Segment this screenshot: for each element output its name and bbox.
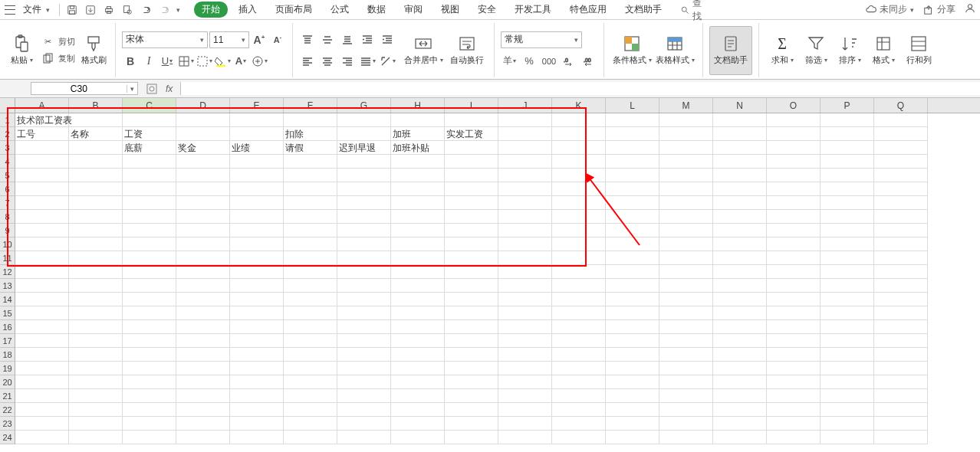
thousands-button[interactable]: 000 — [541, 53, 557, 70]
cell[interactable] — [659, 417, 713, 431]
cell[interactable] — [123, 182, 176, 196]
search-area[interactable]: 查找 — [680, 0, 702, 23]
cell[interactable] — [874, 210, 928, 224]
cell[interactable] — [659, 251, 713, 265]
cell[interactable] — [391, 237, 445, 251]
cell[interactable] — [606, 265, 659, 279]
row-header[interactable]: 13 — [0, 279, 15, 293]
cell[interactable] — [123, 279, 176, 293]
cell[interactable] — [69, 334, 123, 348]
tab-review[interactable]: 审阅 — [396, 2, 430, 18]
cell[interactable] — [767, 237, 821, 251]
cell[interactable] — [552, 224, 606, 237]
row-header[interactable]: 19 — [0, 362, 15, 375]
cell[interactable] — [445, 196, 498, 210]
cell[interactable] — [337, 417, 391, 431]
cell[interactable] — [767, 306, 821, 320]
cell[interactable] — [874, 237, 928, 251]
cell[interactable] — [713, 210, 767, 224]
row-header[interactable]: 16 — [0, 320, 15, 334]
cell[interactable] — [821, 348, 874, 362]
cell[interactable] — [284, 320, 337, 334]
tab-view[interactable]: 视图 — [433, 2, 467, 18]
cell[interactable] — [659, 375, 713, 389]
cell[interactable] — [552, 279, 606, 293]
cell[interactable] — [176, 127, 230, 141]
formula-input[interactable] — [180, 82, 980, 95]
cell[interactable] — [659, 196, 713, 210]
cell[interactable] — [445, 155, 498, 169]
user-icon[interactable] — [965, 3, 975, 16]
cell[interactable] — [767, 431, 821, 444]
cell[interactable] — [821, 293, 874, 306]
number-format-combo[interactable]: 常规▾ — [501, 31, 582, 48]
cell[interactable] — [498, 389, 552, 403]
cell[interactable] — [767, 403, 821, 417]
cell[interactable] — [69, 403, 123, 417]
cell[interactable] — [767, 334, 821, 348]
italic-button[interactable]: I — [140, 53, 157, 70]
cell[interactable] — [606, 251, 659, 265]
cell[interactable] — [767, 417, 821, 431]
cell[interactable] — [123, 113, 176, 127]
cell[interactable] — [874, 155, 928, 169]
cell[interactable] — [230, 251, 284, 265]
cell[interactable] — [230, 169, 284, 182]
cell[interactable] — [606, 431, 659, 444]
cell[interactable] — [767, 389, 821, 403]
cell[interactable] — [15, 389, 69, 403]
cell[interactable] — [15, 403, 69, 417]
cell[interactable] — [176, 362, 230, 375]
cell[interactable] — [176, 306, 230, 320]
cell[interactable] — [284, 113, 337, 127]
cell[interactable] — [15, 155, 69, 169]
cell[interactable] — [606, 196, 659, 210]
cell[interactable] — [767, 251, 821, 265]
cell[interactable] — [176, 293, 230, 306]
output-icon[interactable] — [84, 4, 97, 16]
copy-button[interactable]: 复制 — [41, 51, 75, 67]
cell[interactable] — [284, 362, 337, 375]
cell[interactable] — [659, 334, 713, 348]
cell[interactable] — [821, 113, 874, 127]
cell[interactable] — [15, 306, 69, 320]
cell[interactable] — [284, 237, 337, 251]
cell[interactable] — [445, 389, 498, 403]
cell[interactable] — [69, 169, 123, 182]
cell[interactable] — [337, 169, 391, 182]
cell[interactable]: 实发工资 — [445, 127, 498, 141]
cell[interactable] — [284, 334, 337, 348]
cell[interactable] — [230, 127, 284, 141]
cell[interactable] — [659, 362, 713, 375]
tab-page-layout[interactable]: 页面布局 — [268, 2, 320, 18]
filter-button[interactable]: 筛选▾ — [799, 26, 833, 75]
cell[interactable]: 工资 — [123, 127, 176, 141]
cell[interactable] — [498, 113, 552, 127]
name-box-input[interactable] — [31, 84, 127, 94]
cell[interactable] — [445, 237, 498, 251]
cell[interactable] — [713, 169, 767, 182]
share-area[interactable]: 分享 — [923, 3, 955, 16]
cell[interactable] — [552, 155, 606, 169]
cell[interactable]: 奖金 — [176, 141, 230, 155]
cell[interactable] — [123, 306, 176, 320]
cell[interactable] — [337, 265, 391, 279]
cell[interactable] — [123, 348, 176, 362]
cell[interactable] — [821, 389, 874, 403]
cell[interactable] — [391, 196, 445, 210]
column-header[interactable]: Q — [874, 98, 928, 113]
cell[interactable] — [552, 306, 606, 320]
cell[interactable] — [176, 155, 230, 169]
cell[interactable] — [659, 293, 713, 306]
bold-button[interactable]: B — [122, 53, 139, 70]
cell[interactable] — [606, 182, 659, 196]
cell[interactable] — [606, 389, 659, 403]
cell[interactable] — [498, 403, 552, 417]
save-icon[interactable] — [66, 4, 78, 16]
currency-button[interactable]: 羊▾ — [501, 53, 518, 70]
cell[interactable] — [767, 362, 821, 375]
cell[interactable] — [445, 113, 498, 127]
cell[interactable] — [606, 417, 659, 431]
cell[interactable] — [391, 417, 445, 431]
cell[interactable] — [69, 113, 123, 127]
